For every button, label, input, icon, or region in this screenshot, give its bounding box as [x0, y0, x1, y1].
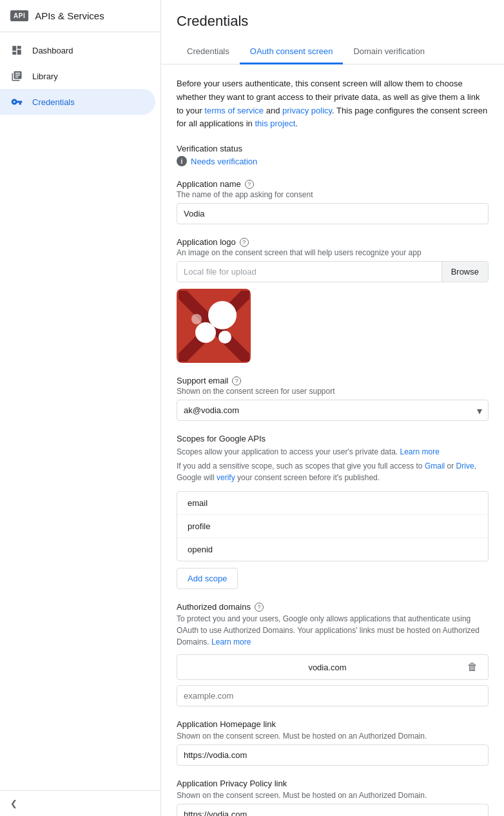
- scope-row-email: email: [177, 492, 488, 515]
- info-icon: i: [177, 156, 187, 166]
- support-email-group: Support email ? Shown on the consent scr…: [177, 376, 489, 421]
- delete-domain-icon[interactable]: 🗑: [467, 661, 478, 673]
- verify-link[interactable]: verify: [217, 473, 235, 482]
- tos-link[interactable]: terms of service: [204, 106, 264, 115]
- svg-point-5: [218, 331, 231, 344]
- dashboard-icon: [10, 44, 23, 57]
- tab-domain[interactable]: Domain verification: [343, 40, 435, 64]
- support-email-label: Support email ?: [177, 376, 489, 385]
- authorized-domains-label: Authorized domains ?: [177, 602, 489, 612]
- homepage-link-group: Application Homepage link Shown on the c…: [177, 719, 489, 766]
- privacy-link-desc: Shown on the consent screen. Must be hos…: [177, 791, 489, 800]
- scopes-warning: If you add a sensitive scope, such as sc…: [177, 460, 489, 483]
- homepage-link-input[interactable]: [177, 744, 489, 766]
- scope-email-label: email: [188, 498, 208, 508]
- svg-point-4: [195, 322, 216, 343]
- app-logo-group: Application logo ? An image on the conse…: [177, 237, 489, 363]
- scope-openid-label: openid: [188, 545, 213, 554]
- scope-table: email profile openid: [177, 491, 489, 561]
- svg-point-6: [191, 314, 202, 324]
- scope-row-openid: openid: [177, 538, 488, 561]
- sidebar-item-credentials-label: Credentials: [32, 97, 75, 107]
- verification-status-value: Needs verification: [191, 157, 257, 166]
- page-header: Credentials Credentials OAuth consent sc…: [161, 0, 504, 64]
- api-icon: API: [10, 10, 28, 21]
- privacy-link[interactable]: privacy policy: [282, 106, 332, 115]
- authorized-domains-section: Authorized domains ? To protect you and …: [177, 602, 489, 706]
- app-name-group: Application name ? The name of the app a…: [177, 179, 489, 224]
- tab-credentials[interactable]: Credentials: [177, 40, 240, 64]
- verification-status-label: Verification status: [177, 144, 489, 153]
- tabs: Credentials OAuth consent screen Domain …: [177, 40, 489, 64]
- scopes-section: Scopes for Google APIs Scopes allow your…: [177, 434, 489, 589]
- sidebar-footer: ❮: [0, 790, 160, 816]
- app-name-label: Application name ?: [177, 179, 489, 189]
- drive-link[interactable]: Drive: [456, 461, 474, 471]
- gmail-link[interactable]: Gmail: [425, 461, 445, 471]
- privacy-link-group: Application Privacy Policy link Shown on…: [177, 779, 489, 816]
- scopes-learn-more-link[interactable]: Learn more: [400, 447, 439, 456]
- add-scope-button[interactable]: Add scope: [177, 568, 238, 589]
- support-email-help-icon[interactable]: ?: [232, 376, 241, 385]
- collapse-chevron-icon: ❮: [10, 799, 17, 808]
- add-domain-input[interactable]: [177, 685, 489, 706]
- homepage-link-label: Application Homepage link: [177, 719, 489, 729]
- sidebar-header-title: APIs & Services: [35, 10, 104, 21]
- app-name-desc: The name of the app asking for consent: [177, 190, 489, 199]
- sidebar-header: API APIs & Services: [0, 0, 160, 32]
- scopes-label: Scopes for Google APIs: [177, 434, 489, 443]
- homepage-link-desc: Shown on the consent screen. Must be hos…: [177, 732, 489, 741]
- app-logo-label: Application logo ?: [177, 237, 489, 247]
- file-upload-placeholder: Local file for upload: [177, 262, 441, 282]
- browse-button[interactable]: Browse: [441, 262, 488, 282]
- scope-row-profile: profile: [177, 515, 488, 538]
- support-email-select-wrapper: ak@vodia.com ▾: [177, 400, 489, 421]
- sidebar-item-library[interactable]: Library: [0, 63, 155, 89]
- support-email-select[interactable]: ak@vodia.com: [177, 400, 489, 421]
- page-title: Credentials: [177, 13, 489, 30]
- logo-preview: [177, 289, 251, 363]
- intro-text: Before your users authenticate, this con…: [177, 77, 489, 131]
- authorized-domains-desc: To protect you and your users, Google on…: [177, 613, 489, 648]
- sidebar-item-library-label: Library: [32, 72, 58, 81]
- app-name-help-icon[interactable]: ?: [245, 180, 254, 189]
- scopes-desc: Scopes allow your application to access …: [177, 446, 489, 458]
- privacy-link-label: Application Privacy Policy link: [177, 779, 489, 788]
- domain-name-vodia: vodia.com: [188, 663, 467, 672]
- tab-oauth[interactable]: OAuth consent screen: [240, 40, 344, 64]
- sidebar-item-dashboard-label: Dashboard: [32, 46, 73, 55]
- sidebar-nav: Dashboard Library Credentials: [0, 32, 160, 115]
- verification-row: i Needs verification: [177, 156, 489, 166]
- library-icon: [10, 70, 23, 83]
- authorized-domains-help-icon[interactable]: ?: [255, 603, 264, 612]
- file-upload-row: Local file for upload Browse: [177, 261, 489, 282]
- scope-profile-label: profile: [188, 521, 210, 531]
- app-name-input[interactable]: [177, 203, 489, 224]
- sidebar: API APIs & Services Dashboard Library: [0, 0, 161, 816]
- main-content: Credentials Credentials OAuth consent sc…: [161, 0, 504, 816]
- verification-status-section: Verification status i Needs verification: [177, 144, 489, 166]
- support-email-desc: Shown on the consent screen for user sup…: [177, 387, 489, 396]
- content-area: Before your users authenticate, this con…: [161, 64, 504, 816]
- app-logo-help-icon[interactable]: ?: [240, 238, 249, 247]
- authorized-domains-learn-more-link[interactable]: Learn more: [211, 637, 251, 646]
- privacy-link-input[interactable]: [177, 804, 489, 816]
- app-logo-desc: An image on the consent screen that will…: [177, 248, 489, 257]
- key-icon: [10, 95, 23, 108]
- collapse-button[interactable]: ❮: [10, 799, 150, 808]
- sidebar-item-dashboard[interactable]: Dashboard: [0, 37, 155, 63]
- project-link[interactable]: this project: [255, 119, 295, 128]
- domain-row-vodia: vodia.com 🗑: [177, 654, 489, 680]
- sidebar-item-credentials[interactable]: Credentials: [0, 89, 155, 115]
